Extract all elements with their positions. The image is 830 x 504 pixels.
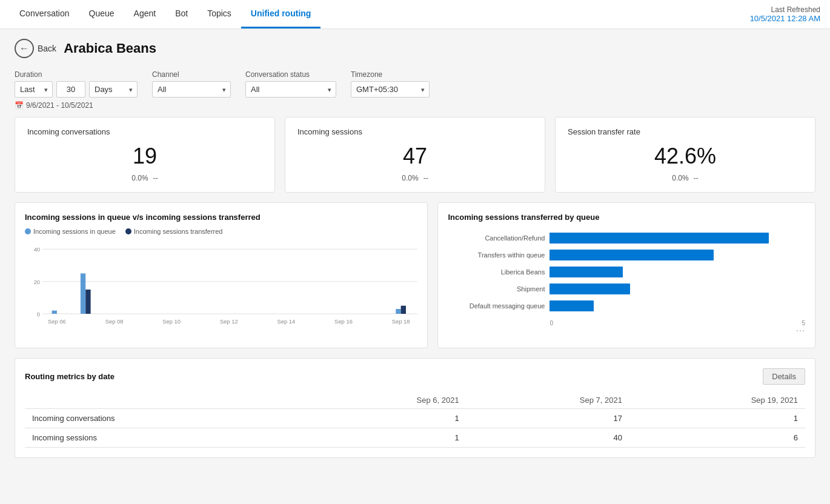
kpi-pct-1: 0.0% (402, 174, 418, 182)
bar-chart-svg: 02040Sep 06Sep 08Sep 10Sep 12Sep 14Sep 1… (25, 241, 417, 338)
hbar-fill-2 (549, 267, 622, 277)
hbar-fill-4 (549, 300, 593, 311)
bar-legend-item-1: Incoming sessions transferred (125, 228, 223, 235)
svg-rect-8 (85, 290, 90, 314)
details-button[interactable]: Details (763, 368, 805, 385)
row-label-1: Incoming sessions (25, 428, 303, 448)
nav-tabs: ConversationQueueAgentBotTopicsUnified r… (10, 0, 320, 28)
svg-text:Sep 16: Sep 16 (334, 319, 353, 325)
conv-status-select[interactable]: All (245, 81, 336, 98)
channel-label: Channel (152, 70, 231, 79)
kpi-sub-1: 0.0% -- (297, 174, 533, 182)
nav-tab-conversation[interactable]: Conversation (10, 0, 79, 28)
nav-tab-bot[interactable]: Bot (165, 0, 198, 28)
conv-status-wrapper: All (245, 81, 336, 98)
kpi-trend-0: -- (153, 174, 158, 182)
duration-label: Duration (15, 70, 138, 79)
kpi-row: Incoming conversations 19 0.0% -- Incomi… (15, 117, 815, 193)
kpi-trend-2: -- (694, 174, 699, 182)
svg-rect-6 (52, 311, 57, 314)
calendar-icon: 📅 (15, 101, 24, 110)
duration-unit-wrapper: Days (89, 81, 138, 98)
kpi-card-2: Session transfer rate 42.6% 0.0% -- (555, 117, 815, 193)
top-nav: ConversationQueueAgentBotTopicsUnified r… (0, 0, 830, 29)
hbar-chart-title: Incoming sessions transferred by queue (448, 213, 805, 222)
kpi-trend-1: -- (423, 174, 428, 182)
svg-text:0: 0 (37, 311, 40, 317)
cell-1-0: 1 (303, 428, 466, 448)
duration-preset-wrapper: Last (15, 81, 53, 98)
hbar-track-2 (549, 267, 805, 277)
back-button[interactable]: ← Back (15, 39, 56, 58)
nav-tab-topics[interactable]: Topics (198, 0, 241, 28)
metrics-table: Sep 6, 2021Sep 7, 2021Sep 19, 2021Incomi… (25, 392, 805, 448)
col-header-3: Sep 19, 2021 (629, 392, 805, 409)
hbar-fill-0 (549, 233, 768, 244)
timezone-select[interactable]: GMT+05:30 (351, 81, 430, 98)
cell-0-2: 1 (629, 409, 805, 428)
timezone-wrapper: GMT+05:30 (351, 81, 430, 98)
filters-row: Duration Last Days Channel All (15, 70, 815, 98)
back-label: Back (38, 44, 56, 53)
hbar-label-4: Default messaging queue (448, 302, 545, 310)
kpi-card-1: Incoming sessions 47 0.0% -- (285, 117, 545, 193)
page-title: Arabica Beans (64, 41, 156, 56)
hbar-row-2: Liberica Beans (448, 267, 805, 277)
cell-0-1: 17 (466, 409, 629, 428)
table-row-0: Incoming conversations1171 (25, 409, 805, 428)
svg-text:Sep 08: Sep 08 (105, 319, 124, 325)
channel-wrapper: All (152, 81, 231, 98)
svg-text:Sep 10: Sep 10 (162, 319, 181, 325)
date-range: 📅 9/6/2021 - 10/5/2021 (15, 101, 815, 110)
legend-label-1: Incoming sessions transferred (134, 228, 223, 235)
page-header: ← Back Arabica Beans (15, 39, 815, 58)
kpi-title-1: Incoming sessions (297, 127, 533, 136)
nav-tab-unified-routing[interactable]: Unified routing (241, 0, 321, 28)
duration-unit-select[interactable]: Days (89, 81, 138, 98)
conv-status-label: Conversation status (245, 70, 336, 79)
legend-dot-0 (25, 228, 31, 234)
hbar-ellipsis: … (448, 323, 805, 334)
duration-preset-select[interactable]: Last (15, 81, 53, 98)
hbar-track-3 (549, 284, 805, 294)
nav-tab-agent[interactable]: Agent (124, 0, 166, 28)
bar-chart-legend: Incoming sessions in queueIncoming sessi… (25, 228, 417, 235)
channel-select[interactable]: All (152, 81, 231, 98)
nav-tab-queue[interactable]: Queue (79, 0, 124, 28)
hbar-fill-1 (549, 250, 714, 260)
kpi-pct-2: 0.0% (672, 174, 688, 182)
kpi-title-2: Session transfer rate (568, 127, 803, 136)
svg-text:Sep 06: Sep 06 (48, 319, 66, 325)
svg-rect-7 (81, 273, 85, 314)
hbar-track-1 (549, 250, 805, 260)
svg-rect-10 (401, 306, 406, 314)
bar-chart-panel: Incoming sessions in queue v/s incoming … (15, 202, 428, 348)
duration-number-input[interactable] (56, 81, 85, 98)
hbar-row-1: Transfers within queue (448, 250, 805, 260)
svg-rect-9 (396, 309, 400, 314)
cell-1-2: 6 (629, 428, 805, 448)
kpi-card-0: Incoming conversations 19 0.0% -- (15, 117, 275, 193)
hbar-label-3: Shipment (448, 285, 545, 293)
kpi-sub-2: 0.0% -- (568, 174, 803, 182)
timezone-label: Timezone (351, 70, 430, 79)
hbar-label-0: Cancellation/Refund (448, 234, 545, 242)
kpi-value-2: 42.6% (568, 144, 803, 169)
bar-legend-item-0: Incoming sessions in queue (25, 228, 116, 235)
hbar-row-3: Shipment (448, 284, 805, 294)
date-range-text: 9/6/2021 - 10/5/2021 (26, 101, 93, 110)
conv-status-filter: Conversation status All (245, 70, 336, 98)
hbar-label-1: Transfers within queue (448, 251, 545, 259)
hbar-row-0: Cancellation/Refund (448, 233, 805, 244)
col-header-1: Sep 6, 2021 (303, 392, 466, 409)
hbar-track-0 (549, 233, 805, 244)
hbar-label-2: Liberica Beans (448, 268, 545, 276)
timezone-filter: Timezone GMT+05:30 (351, 70, 430, 98)
col-header-2: Sep 7, 2021 (466, 392, 629, 409)
metrics-header-row: Routing metrics by date Details (25, 368, 805, 385)
main-content: ← Back Arabica Beans Duration Last Days (0, 29, 830, 504)
hbar-fill-3 (549, 284, 629, 294)
last-refreshed-label: Last Refreshed (750, 5, 820, 14)
kpi-sub-0: 0.0% -- (27, 174, 262, 182)
duration-filter: Duration Last Days (15, 70, 138, 98)
